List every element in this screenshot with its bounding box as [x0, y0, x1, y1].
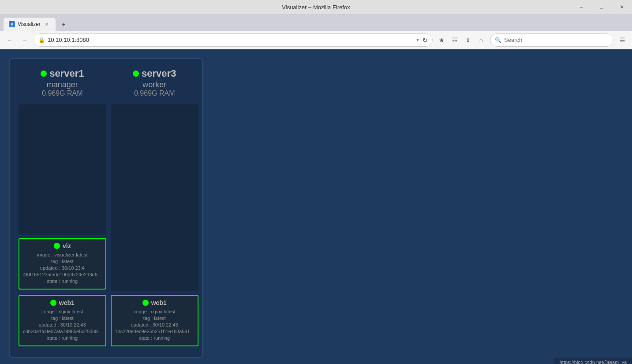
- server3-name: server3: [133, 68, 176, 79]
- main-content: server1 manager 0.969G RAM viz image : v…: [0, 49, 632, 364]
- server1-name: server1: [41, 68, 84, 79]
- title-bar: Visualizer – Mozilla Firefox – □ ✕: [0, 0, 632, 14]
- tab-bar: V Visualizer ✕ +: [0, 14, 632, 31]
- reload-button[interactable]: ↻: [423, 37, 428, 44]
- server1-web1-updated: updated : 30/10 22:43: [23, 322, 102, 327]
- server3-node-area: [111, 104, 198, 291]
- server1-column: server1 manager 0.969G RAM viz image : v…: [19, 68, 106, 348]
- search-input[interactable]: [504, 37, 609, 43]
- tab-visualizer[interactable]: V Visualizer ✕: [4, 18, 56, 31]
- server1-web1-status-dot: [50, 300, 56, 306]
- menu-button[interactable]: ☰: [616, 34, 628, 46]
- server1-web1-id: c6b20a1fc8e07afa79985e5c25069...: [23, 329, 102, 334]
- viz-status-dot: [54, 243, 60, 249]
- maximize-button[interactable]: □: [591, 0, 612, 14]
- server3-web1-container-card: web1 image : nginx:latest tag : latest u…: [111, 295, 198, 346]
- server3-web1-status-dot: [142, 300, 149, 306]
- server3-web1-state: state : running: [115, 335, 194, 341]
- close-button[interactable]: ✕: [612, 0, 632, 14]
- server1-node-area: [19, 104, 106, 234]
- bookmark-star-button[interactable]: ★: [435, 34, 448, 46]
- nav-bar: ← → 🔒 ▼ ↻ ★ ☷ ⇓ ⌂ 🔍 ☰: [0, 31, 632, 49]
- server1-header: server1 manager 0.969G RAM: [19, 68, 106, 97]
- address-bar[interactable]: 🔒 ▼ ↻: [34, 33, 433, 47]
- server3-web1-tag: tag : latest: [115, 316, 194, 321]
- nav-icons: ★ ☷ ⇓ ⌂: [435, 34, 487, 46]
- lock-icon: 🔒: [38, 37, 45, 43]
- address-dropdown-icon[interactable]: ▼: [415, 37, 420, 42]
- server3-web1-image: image : nginx:latest: [115, 309, 194, 314]
- window-title: Visualizer – Mozilla Firefox: [282, 4, 350, 11]
- status-bar: https://blog.csdn.net/Dream_ya: [554, 358, 632, 364]
- server1-web1-tag: tag : latest: [23, 316, 102, 321]
- viz-tag: tag : latest: [23, 259, 102, 264]
- server3-role: worker: [142, 80, 166, 89]
- viz-container-card: viz image : visualizer:latest tag : late…: [19, 238, 106, 290]
- server3-web1-updated: updated : 30/10 22:43: [115, 322, 194, 327]
- server1-web1-container-card: web1 image : nginx:latest tag : latest u…: [19, 295, 106, 346]
- minimize-button[interactable]: –: [571, 0, 591, 14]
- tab-favicon: V: [9, 21, 15, 27]
- window-controls: – □ ✕: [571, 0, 632, 14]
- search-bar[interactable]: 🔍: [490, 33, 613, 47]
- tab-close-button[interactable]: ✕: [43, 21, 50, 28]
- home-button[interactable]: ⌂: [475, 34, 487, 46]
- server3-column: server3 worker 0.969G RAM web1 image : n…: [111, 68, 198, 348]
- server3-status-dot: [133, 71, 139, 77]
- back-button[interactable]: ←: [4, 34, 16, 46]
- viz-container-name: viz: [23, 242, 102, 249]
- downloads-button[interactable]: ⇓: [462, 34, 474, 46]
- viz-image: image : visualizer:latest: [23, 252, 102, 257]
- forward-button[interactable]: →: [19, 34, 31, 46]
- server1-ram: 0.969G RAM: [42, 89, 82, 97]
- search-icon: 🔍: [495, 37, 501, 43]
- server1-web1-state: state : running: [23, 335, 102, 341]
- tab-label: Visualizer: [18, 21, 41, 27]
- address-input[interactable]: [48, 37, 413, 43]
- visualizer-container: server1 manager 0.969G RAM viz image : v…: [9, 58, 203, 358]
- server3-ram: 0.969G RAM: [134, 89, 175, 97]
- server1-role: manager: [47, 80, 78, 89]
- server3-web1-container-name: web1: [115, 299, 194, 306]
- server1-web1-image: image : nginx:latest: [23, 309, 102, 314]
- server1-status-dot: [41, 71, 47, 77]
- viz-state: state : running: [23, 279, 102, 284]
- reader-view-button[interactable]: ☷: [449, 34, 461, 46]
- server3-header: server3 worker 0.969G RAM: [111, 68, 198, 97]
- server3-web1-id: 13c220e3ec9e25b251b1e4b3a591...: [115, 329, 194, 334]
- viz-updated: updated : 30/10 23:4: [23, 265, 102, 271]
- viz-id: 4f0f165123afedd100d9724e2d3d6...: [23, 272, 102, 277]
- status-text: https://blog.csdn.net/Dream_ya: [560, 360, 627, 364]
- new-tab-button[interactable]: +: [57, 19, 70, 31]
- server1-web1-container-name: web1: [23, 299, 102, 306]
